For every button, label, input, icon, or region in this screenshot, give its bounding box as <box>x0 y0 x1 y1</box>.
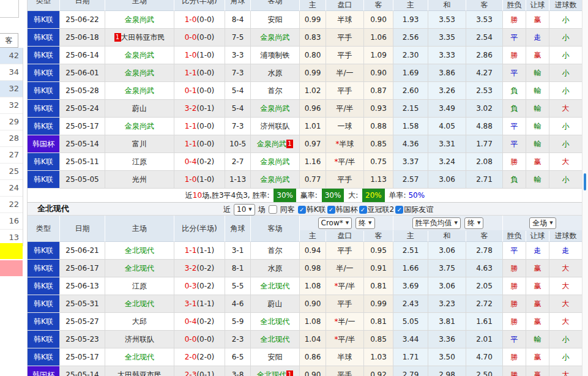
rail-number: 16 <box>0 213 23 230</box>
date-cell: 25-05-23 <box>60 331 105 348</box>
handicap-line-cell: 平手 <box>326 82 364 100</box>
col-header-result-goals: 进球数 <box>549 231 582 242</box>
result-wdl-cell: 平 <box>503 118 526 135</box>
scope-select[interactable]: 全场▼ <box>529 217 556 229</box>
rail-number: 29 <box>0 114 23 130</box>
col-header-away: 客场 <box>251 216 300 242</box>
score-cell: 3-1(1-1) <box>174 295 225 313</box>
ah-away-odds-cell: 0.91 <box>364 260 393 277</box>
date-cell: 25-06-18 <box>60 29 105 47</box>
rail-number: 32 <box>0 97 23 114</box>
euro-state-select[interactable]: 终▼ <box>464 217 483 229</box>
league-checkbox[interactable]: ✓ <box>359 206 367 214</box>
vertical-scrollbar[interactable] <box>582 0 588 376</box>
ah-away-odds-cell: 0.81 <box>364 313 393 331</box>
euro-avg-select[interactable]: 胜平负均值▼ <box>412 217 461 229</box>
odds-header-grid: Crow*▼ 终▼ 胜平负均值▼ 终▼ 全场▼ 主 盘口 客 主 和 客 胜负 <box>300 216 582 242</box>
away-team-cell: 金泉尚武 <box>251 100 300 118</box>
score-cell: 1-0(1-0) <box>174 47 225 64</box>
result-handicap-cell: 赢 <box>526 260 549 277</box>
result-handicap-cell: 赢 <box>526 366 549 376</box>
bookmaker-select[interactable]: Crow*▼ <box>318 217 352 229</box>
away-team-cell: 安阳 <box>251 348 300 366</box>
corner-cell: 10-5 <box>225 135 251 153</box>
ah-away-odds-cell: 1.09 <box>364 47 393 64</box>
euro-away-odds-cell: 2.50 <box>466 366 503 376</box>
league-badge: 韩K联 <box>28 100 60 118</box>
score-cell: 1-1(0-0) <box>174 118 225 135</box>
corner-cell: 8-4 <box>225 11 251 29</box>
chevron-down-icon: ▼ <box>455 218 458 228</box>
handicap-group-header: Crow*▼ 终▼ <box>300 216 393 231</box>
ah-home-odds-cell: 1.16 <box>300 153 326 171</box>
result-wdl-cell: 勝 <box>503 366 526 376</box>
ah-home-odds-cell: 0.90 <box>300 295 326 313</box>
score-cell: 1-1(1-1) <box>174 242 225 260</box>
home-team-cell: 富川 <box>105 135 174 153</box>
rail-pink-block <box>0 260 23 276</box>
handicap-state-select[interactable]: 终▼ <box>355 217 374 229</box>
chevron-down-icon: ▼ <box>346 218 349 228</box>
euro-home-odds-cell: 1.69 <box>393 64 428 82</box>
summary-win-rate-badge: 30% <box>274 189 296 202</box>
euro-away-odds-cell: 2.86 <box>466 47 503 64</box>
euro-draw-odds-cell: 3.06 <box>428 242 466 260</box>
away-team-cell: 金泉尚武 <box>251 153 300 171</box>
euro-draw-odds-cell: 3.35 <box>428 29 466 47</box>
league-badge: 韩K联 <box>28 295 60 313</box>
ah-away-odds-cell: 0.90 <box>364 11 393 29</box>
league-badge: 韩K联 <box>28 82 60 100</box>
rail-number: 28 <box>0 130 23 147</box>
euro-away-odds-cell: 1.61 <box>466 313 503 331</box>
result-goals-cell: 大 <box>549 100 582 118</box>
result-handicap-cell: 走 <box>526 29 549 47</box>
date-cell: 25-06-17 <box>60 260 105 277</box>
games-count-select[interactable]: 10▼ <box>234 204 255 216</box>
summary-winrate2-label: 赢率: <box>300 191 318 200</box>
euro-home-odds-cell: 2.60 <box>393 82 428 100</box>
result-group-header: 全场▼ <box>503 216 582 231</box>
corner-cell: 5-9 <box>225 313 251 331</box>
scrollbar-thumb[interactable] <box>584 173 586 190</box>
result-wdl-cell: 負 <box>503 82 526 100</box>
result-goals-cell: 小 <box>549 135 582 153</box>
date-cell: 25-05-14 <box>60 366 105 376</box>
league-badge: 韩K联 <box>28 242 60 260</box>
euro-home-odds-cell: 2.30 <box>393 47 428 64</box>
rail-number: 27 <box>0 147 23 164</box>
score-cell: 0-1(0-0) <box>174 82 225 100</box>
handicap-line-cell: 半球 <box>326 348 364 366</box>
ah-home-odds-cell: 0.94 <box>300 242 326 260</box>
result-handicap-cell: 輸 <box>526 82 549 100</box>
ah-away-odds-cell: 0.88 <box>364 118 393 135</box>
league-checkbox[interactable]: ✓ <box>327 206 335 214</box>
handicap-line-cell: 平手 <box>326 366 364 376</box>
corner-cell: 7-3 <box>225 118 251 135</box>
ah-home-odds-cell: 0.80 <box>300 47 326 64</box>
date-cell: 25-05-17 <box>60 348 105 366</box>
euro-draw-odds-cell: 3.53 <box>428 11 466 29</box>
league-checkbox[interactable]: ✓ <box>395 206 403 214</box>
score-cell: 0-0(0-0) <box>174 331 225 348</box>
rail-divider <box>18 0 19 17</box>
ah-home-odds-cell: 1.01 <box>300 118 326 135</box>
same-away-checkbox[interactable] <box>269 205 277 214</box>
euro-draw-odds-cell: 3.75 <box>428 260 466 277</box>
score-cell: 2-3(0-1) <box>174 366 225 376</box>
ah-away-odds-cell: 0.95 <box>364 242 393 260</box>
col-header-home: 主场 <box>105 216 174 242</box>
col-header-home: 主场 <box>105 0 174 11</box>
ah-home-odds-cell: 1.04 <box>300 331 326 348</box>
score-cell: 2-0(2-0) <box>174 348 225 366</box>
rail-number: 22 <box>0 197 23 213</box>
euro-away-odds-cell: 2.78 <box>466 242 503 260</box>
col-header-eu-draw: 和 <box>428 0 466 11</box>
rail-number-list: 423432322928272524221613 <box>0 48 23 246</box>
result-goals-cell: 小 <box>549 348 582 366</box>
result-wdl-cell: 勝 <box>503 260 526 277</box>
handicap-line-cell: 半球 <box>326 11 364 29</box>
score-cell: 3-2(0-1) <box>174 100 225 118</box>
league-checkbox[interactable]: ✓ <box>298 206 306 214</box>
rail-number: 34 <box>0 64 23 81</box>
score-cell: 0-3(0-2) <box>174 277 225 295</box>
